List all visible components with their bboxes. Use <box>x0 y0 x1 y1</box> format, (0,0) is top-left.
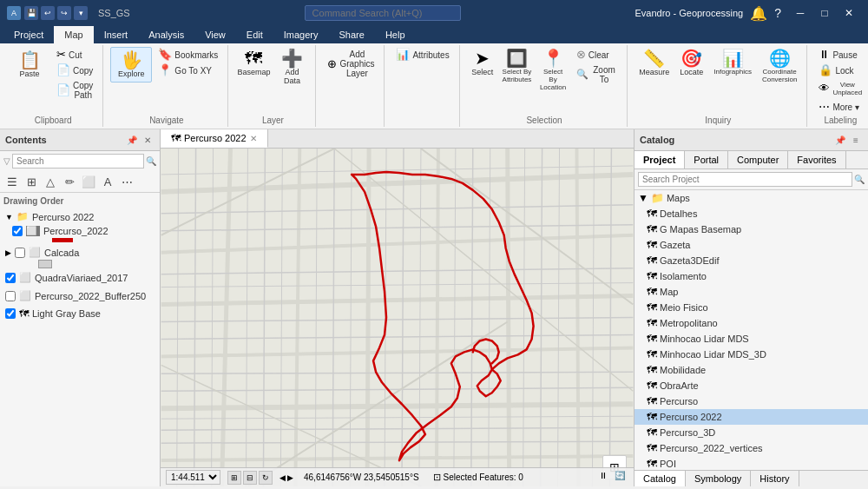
layer-item-quadra[interactable]: ⬜ QuadraViariaed_2017 <box>3 270 156 285</box>
layer-item-calcada[interactable]: ▶ ⬜ Calcada <box>3 245 156 260</box>
measure-button[interactable]: 📏 Measure <box>635 47 674 79</box>
tab-help[interactable]: Help <box>375 26 416 43</box>
add-data-button[interactable]: ➕ Add Data <box>274 47 311 88</box>
layer-item-percurso2022[interactable]: ⬜ Percurso_2022 <box>10 224 156 238</box>
tab-share[interactable]: Share <box>329 26 375 43</box>
catalog-pin-button[interactable]: 📌 <box>833 133 847 147</box>
maximize-button[interactable]: □ <box>812 4 837 22</box>
dropdown-icon[interactable]: ▾ <box>74 6 88 20</box>
layer-checkbox-percurso2022[interactable] <box>12 226 23 236</box>
redo-icon[interactable]: ↪ <box>57 6 71 20</box>
catalog-item-percurso[interactable]: 🗺 Percurso <box>635 393 868 409</box>
layer-item-basemap[interactable]: 🗺 Light Gray Base <box>3 307 156 320</box>
add-graphics-button[interactable]: ⊕ Add Graphics Layer <box>323 47 378 80</box>
basemap-button[interactable]: 🗺 Basemap <box>235 47 272 79</box>
refresh-map-btn[interactable]: 🔄 <box>615 471 628 485</box>
catalog-tab-computer[interactable]: Computer <box>728 151 788 169</box>
bottom-tab-symbology[interactable]: Symbology <box>686 471 751 486</box>
catalog-item-gazeta3d[interactable]: 🗺 Gazeta3DEdif <box>635 253 868 268</box>
copy-button[interactable]: 📄 Copy <box>52 63 97 77</box>
catalog-item-meiofisico[interactable]: 🗺 Meio Fisico <box>635 300 868 315</box>
layer-item-percurso2022-group[interactable]: ▼ 📁 Percurso 2022 <box>3 209 156 224</box>
tab-analysis[interactable]: Analysis <box>138 26 194 43</box>
tab-view[interactable]: View <box>194 26 236 43</box>
contents-search-input[interactable] <box>12 154 144 169</box>
select-by-attr-button[interactable]: 🔲 Select ByAttributes <box>500 47 535 86</box>
infographics-button[interactable]: 📊 Infographics <box>709 47 756 78</box>
catalog-item-poi[interactable]: 🗺 POI <box>635 456 868 470</box>
explore-button[interactable]: 🖐 Explore <box>110 47 152 83</box>
layer-checkbox-calcada[interactable] <box>15 248 25 258</box>
attributes-button[interactable]: 📊 Attributes <box>391 47 453 62</box>
goto-xy-button[interactable]: 📍 Go To XY <box>154 63 222 77</box>
bottom-tab-catalog[interactable]: Catalog <box>635 471 686 486</box>
scale-selector[interactable]: 1:44.511 <box>166 470 220 485</box>
catalog-item-obraarte[interactable]: 🗺 ObraArte <box>635 378 868 393</box>
catalog-item-map[interactable]: 🗺 Map <box>635 284 868 300</box>
save-icon[interactable]: 💾 <box>24 6 38 20</box>
coord-conv-button[interactable]: 🌐 CoordinateConversion <box>758 47 801 86</box>
catalog-item-isolamento[interactable]: 🗺 Isolamento <box>635 268 868 284</box>
tab-project[interactable]: Project <box>3 26 54 43</box>
catalog-item-maps-folder[interactable]: ▼ 📁 Maps <box>635 190 868 206</box>
edit-tool[interactable]: ✏ <box>61 173 78 190</box>
map-tab-close[interactable]: ✕ <box>250 134 257 143</box>
layer-checkbox-basemap[interactable] <box>5 308 16 319</box>
catalog-item-lidar-mds[interactable]: 🗺 Minhocao Lidar MDS <box>635 331 868 347</box>
command-search-input[interactable] <box>305 5 461 21</box>
layer-checkbox-buffer[interactable] <box>5 291 16 301</box>
contents-pin-button[interactable]: 📌 <box>125 133 139 147</box>
select-button[interactable]: ➤ Select <box>467 47 498 79</box>
nav-arrow-btn[interactable]: ◀ <box>279 473 286 482</box>
catalog-item-mobilidade[interactable]: 🗺 Mobilidade <box>635 362 868 378</box>
cut-button[interactable]: ✂ Cut <box>52 47 97 62</box>
catalog-tab-favorites[interactable]: Favorites <box>788 151 845 169</box>
locate-button[interactable]: 🎯 Locate <box>675 47 707 79</box>
map-tab-percurso2022[interactable]: 🗺 Percurso 2022 ✕ <box>161 129 268 148</box>
table-tool[interactable]: ⊞ <box>23 173 40 190</box>
tab-insert[interactable]: Insert <box>94 26 139 43</box>
bookmarks-button[interactable]: 🔖 Bookmarks <box>154 47 222 62</box>
zoom-to-button[interactable]: 🔍 Zoom To <box>572 63 621 86</box>
list-view-tool[interactable]: ☰ <box>3 173 21 190</box>
layer-checkbox-quadra[interactable] <box>5 273 16 283</box>
copy-path-button[interactable]: 📄 Copy Path <box>52 78 97 102</box>
clear-selection-button[interactable]: ⊗ Clear <box>572 47 621 62</box>
tab-imagery[interactable]: Imagery <box>273 26 329 43</box>
rotate-btn[interactable]: ↻ <box>259 471 273 485</box>
catalog-item-percurso2022[interactable]: 🗺 Percurso 2022 <box>635 409 868 425</box>
layer-item-buffer[interactable]: ⬜ Percurso_2022_Buffer250 <box>3 288 156 303</box>
label-tool[interactable]: A <box>99 173 116 190</box>
pause-map-btn[interactable]: ⏸ <box>599 471 613 485</box>
catalog-menu-button[interactable]: ≡ <box>849 133 863 147</box>
bottom-tab-history[interactable]: History <box>751 471 799 486</box>
select-by-loc-button[interactable]: 📍 Select ByLocation <box>536 47 570 94</box>
map-canvas[interactable]: ⊞ 1:44.511 ⊞ ⊟ ↻ ◀ ▶ 46,6146756°W 23,545… <box>161 149 634 486</box>
view-unplaced-button[interactable]: 👁 View Unplaced <box>814 78 866 98</box>
notification-icon[interactable]: 🔔 <box>750 5 767 22</box>
catalog-item-percurso-vertices[interactable]: 🗺 Percurso_2022_vertices <box>635 440 868 456</box>
close-button[interactable]: ✕ <box>837 4 861 22</box>
overview-btn[interactable]: ⊟ <box>243 471 257 485</box>
selection-tool[interactable]: ⬜ <box>80 173 97 190</box>
catalog-item-gazeta[interactable]: 🗺 Gazeta <box>635 237 868 253</box>
catalog-tab-portal[interactable]: Portal <box>685 151 728 169</box>
grid-view-btn[interactable]: ⊞ <box>227 471 241 485</box>
nav-right-btn[interactable]: ▶ <box>287 473 293 482</box>
catalog-item-lidar-mds3d[interactable]: 🗺 Minhocao Lidar MDS_3D <box>635 347 868 362</box>
catalog-search-icon[interactable]: 🔍 <box>854 175 865 184</box>
catalog-item-percurso3d[interactable]: 🗺 Percurso_3D <box>635 425 868 440</box>
minimize-button[interactable]: ─ <box>788 4 812 22</box>
undo-icon[interactable]: ↩ <box>41 6 55 20</box>
tab-map[interactable]: Map <box>54 26 93 43</box>
catalog-item-gmapas[interactable]: 🗺 G Mapas Basemap <box>635 221 868 237</box>
search-icon[interactable]: 🔍 <box>146 156 156 166</box>
help-icon[interactable]: ? <box>774 6 781 20</box>
pause-button[interactable]: ⏸ Pause <box>814 47 866 62</box>
paste-button[interactable]: 📋 Paste <box>9 47 50 83</box>
catalog-tab-project[interactable]: Project <box>635 151 685 169</box>
catalog-search-input[interactable] <box>638 172 852 187</box>
lock-button[interactable]: 🔒 Lock <box>814 63 866 77</box>
catalog-item-metropolitano[interactable]: 🗺 Metropolitano <box>635 315 868 331</box>
tab-edit[interactable]: Edit <box>236 26 273 43</box>
